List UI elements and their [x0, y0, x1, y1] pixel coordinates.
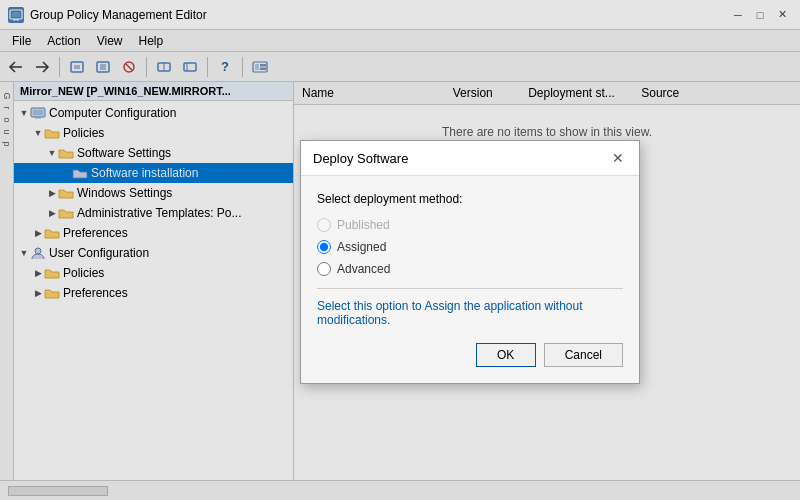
radio-published-input[interactable]	[317, 218, 331, 232]
folder-icon-policies-uc	[44, 265, 60, 281]
sidebar: Mirror_NEW [P_WIN16_NEW.MIRRORT... Compu…	[14, 82, 294, 500]
menu-help[interactable]: Help	[131, 32, 172, 50]
forward-button[interactable]	[30, 55, 54, 79]
svg-rect-29	[35, 117, 41, 119]
tree-label-policies-uc: Policies	[63, 266, 104, 280]
expand-arrow-windows	[46, 187, 58, 199]
expand-arrow-user	[18, 247, 30, 259]
tree-label-policies: Policies	[63, 126, 104, 140]
svg-rect-1	[12, 12, 20, 17]
tree-item-admin-templates[interactable]: Administrative Templates: Po...	[14, 203, 293, 223]
computer-icon	[30, 105, 46, 121]
svg-line-13	[126, 64, 132, 70]
deploy-software-dialog: Deploy Software ✕ Select deployment meth…	[300, 140, 640, 384]
svg-rect-5	[71, 62, 83, 72]
left-panel-label: G r o u p	[1, 86, 13, 146]
col-version: Version	[453, 86, 528, 100]
dialog-titlebar: Deploy Software ✕	[301, 141, 639, 176]
dialog-close-button[interactable]: ✕	[609, 149, 627, 167]
user-config-icon	[30, 245, 46, 261]
toolbar-btn-3[interactable]	[65, 55, 89, 79]
radio-assigned[interactable]: Assigned	[317, 240, 623, 254]
content-header: Name Version Deployment st... Source	[294, 82, 800, 105]
main-window: Group Policy Management Editor ─ □ ✕ Fil…	[0, 0, 800, 500]
radio-advanced-input[interactable]	[317, 262, 331, 276]
col-name: Name	[302, 86, 453, 100]
tree-label-user-config: User Configuration	[49, 246, 149, 260]
tree-item-windows-settings[interactable]: Windows Settings	[14, 183, 293, 203]
folder-icon-software-settings	[58, 145, 74, 161]
radio-advanced-label: Advanced	[337, 262, 390, 276]
svg-text:p: p	[2, 141, 12, 146]
expand-arrow-software-settings	[46, 147, 58, 159]
tree-label-computer-config: Computer Configuration	[49, 106, 176, 120]
toolbar-separator-3	[207, 57, 208, 77]
menu-file[interactable]: File	[4, 32, 39, 50]
dialog-buttons: OK Cancel	[317, 343, 623, 367]
dialog-info: Select this option to Assign the applica…	[317, 299, 623, 327]
toolbar-btn-6[interactable]	[152, 55, 176, 79]
dialog-body: Select deployment method: Published Assi…	[301, 176, 639, 383]
app-icon	[8, 7, 24, 23]
toolbar-btn-9[interactable]	[248, 55, 272, 79]
tree-item-software-settings[interactable]: Software Settings	[14, 143, 293, 163]
radio-advanced[interactable]: Advanced	[317, 262, 623, 276]
menu-view[interactable]: View	[89, 32, 131, 50]
window-controls: ─ □ ✕	[728, 6, 792, 24]
toolbar-separator-1	[59, 57, 60, 77]
tree-label-preferences-uc: Preferences	[63, 286, 128, 300]
status-scrollbar	[8, 486, 108, 496]
tree-item-user-config[interactable]: User Configuration	[14, 243, 293, 263]
radio-assigned-input[interactable]	[317, 240, 331, 254]
folder-icon-preferences-cc	[44, 225, 60, 241]
svg-rect-19	[255, 64, 259, 70]
tree-label-software-install: Software installation	[91, 166, 198, 180]
folder-icon-admin-templates	[58, 205, 74, 221]
toolbar-btn-7[interactable]	[178, 55, 202, 79]
radio-published[interactable]: Published	[317, 218, 623, 232]
expand-arrow-pref-uc	[32, 287, 44, 299]
expand-arrow-admin	[46, 207, 58, 219]
svg-rect-20	[260, 64, 266, 67]
radio-group: Published Assigned Advanced	[317, 218, 623, 276]
svg-rect-16	[184, 63, 196, 71]
svg-text:G: G	[2, 92, 12, 99]
tree-item-software-install[interactable]: Software installation	[14, 163, 293, 183]
tree-item-preferences-cc[interactable]: Preferences	[14, 223, 293, 243]
menu-bar: File Action View Help	[0, 30, 800, 52]
tree: Computer Configuration Policies	[14, 101, 293, 305]
tree-item-policies[interactable]: Policies	[14, 123, 293, 143]
expand-arrow-policies-uc	[32, 267, 44, 279]
maximize-button[interactable]: □	[750, 6, 770, 24]
tree-label-admin-templates: Administrative Templates: Po...	[77, 206, 242, 220]
col-deployment: Deployment st...	[528, 86, 641, 100]
menu-action[interactable]: Action	[39, 32, 88, 50]
svg-rect-21	[260, 67, 266, 70]
svg-text:o: o	[2, 117, 12, 122]
toolbar-btn-5[interactable]	[117, 55, 141, 79]
folder-icon-preferences-uc	[44, 285, 60, 301]
tree-item-computer-config[interactable]: Computer Configuration	[14, 103, 293, 123]
radio-assigned-label: Assigned	[337, 240, 386, 254]
title-bar: Group Policy Management Editor ─ □ ✕	[0, 0, 800, 30]
folder-icon-policies	[44, 125, 60, 141]
svg-text:u: u	[2, 129, 12, 134]
expand-arrow-computer	[18, 107, 30, 119]
toolbar-separator-2	[146, 57, 147, 77]
dialog-question: Select deployment method:	[317, 192, 623, 206]
minimize-button[interactable]: ─	[728, 6, 748, 24]
cancel-button[interactable]: Cancel	[544, 343, 623, 367]
window-title: Group Policy Management Editor	[30, 8, 207, 22]
ok-button[interactable]: OK	[476, 343, 536, 367]
svg-point-30	[35, 248, 41, 254]
svg-rect-2	[13, 19, 19, 21]
tree-item-preferences-uc[interactable]: Preferences	[14, 283, 293, 303]
left-nav-panel: G r o u p	[0, 82, 14, 500]
expand-arrow-pref-cc	[32, 227, 44, 239]
tree-item-policies-uc[interactable]: Policies	[14, 263, 293, 283]
close-button[interactable]: ✕	[772, 6, 792, 24]
help-button[interactable]: ?	[213, 55, 237, 79]
toolbar-btn-4[interactable]	[91, 55, 115, 79]
status-bar	[0, 480, 800, 500]
back-button[interactable]	[4, 55, 28, 79]
